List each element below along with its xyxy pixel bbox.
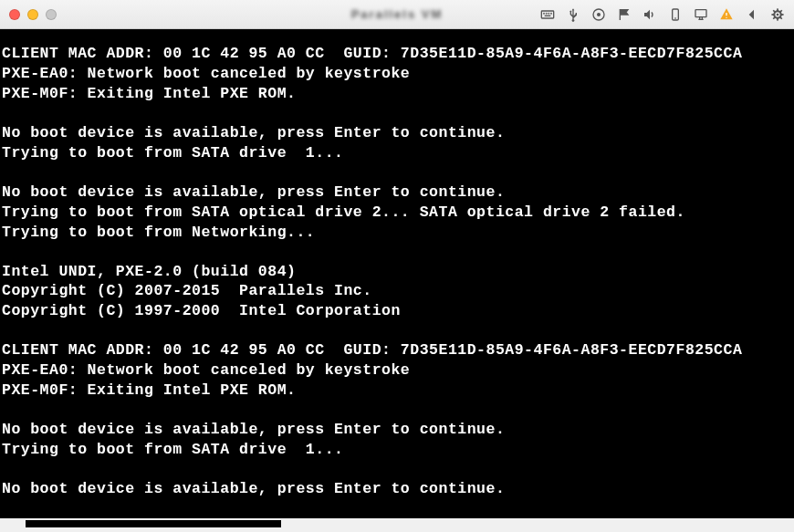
disc-icon[interactable] [591,7,606,22]
terminal-line: PXE-M0F: Exiting Intel PXE ROM. [2,84,792,104]
terminal-line: Trying to boot from SATA drive 1... [2,440,792,460]
partial-content [26,520,281,527]
minimize-button[interactable] [27,9,38,20]
terminal-line: No boot device is available, press Enter… [2,479,792,499]
terminal-line: Copyright (C) 1997-2000 Intel Corporatio… [2,301,792,321]
svg-point-1 [544,13,545,14]
display-icon[interactable] [694,7,708,22]
keyboard-icon[interactable] [540,7,555,22]
terminal-line [2,163,792,183]
terminal-output[interactable]: CLIENT MAC ADDR: 00 1C 42 95 A0 CC GUID:… [0,29,794,518]
terminal-line [2,104,792,123]
terminal-line: PXE-M0F: Exiting Intel PXE ROM. [2,381,792,401]
sound-icon[interactable] [643,7,657,22]
device-icon[interactable] [668,7,683,22]
network-flag-icon[interactable] [617,7,632,22]
terminal-line: No boot device is available, press Enter… [2,183,792,203]
close-button[interactable] [9,9,20,20]
terminal-line: PXE-EA0: Network boot canceled by keystr… [2,360,792,381]
window-title: Parallels VM [351,7,444,21]
usb-icon[interactable] [566,7,580,22]
terminal-line: No boot device is available, press Enter… [2,420,792,440]
terminal-line [2,321,792,340]
terminal-line [2,401,792,420]
terminal-line: CLIENT MAC ADDR: 00 1C 42 95 A0 CC GUID:… [2,340,792,360]
terminal-line: CLIENT MAC ADDR: 00 1C 42 95 A0 CC GUID:… [2,44,792,64]
warning-icon[interactable] [719,7,734,22]
settings-icon[interactable] [770,7,785,22]
svg-point-7 [598,13,601,16]
terminal-line: Trying to boot from SATA optical drive 2… [2,203,792,223]
svg-rect-11 [695,9,706,16]
window-titlebar: Parallels VM [0,0,794,29]
terminal-line: Trying to boot from SATA drive 1... [2,143,792,163]
traffic-lights [9,9,57,20]
terminal-line: Intel UNDI, PXE-2.0 (build 084) [2,262,792,282]
menubar-icons [540,7,785,22]
svg-point-2 [546,13,547,14]
terminal-line: PXE-EA0: Network boot canceled by keystr… [2,64,792,84]
svg-rect-0 [541,11,553,18]
bottom-strip [0,518,794,532]
svg-point-13 [726,16,726,17]
terminal-line: Copyright (C) 2007-2015 Parallels Inc. [2,281,792,301]
back-icon[interactable] [745,7,759,22]
terminal-line: Trying to boot from Networking... [2,223,792,243]
maximize-button[interactable] [46,9,57,20]
terminal-line: No boot device is available, press Enter… [2,123,792,143]
svg-point-3 [548,13,549,14]
terminal-line [2,243,792,262]
terminal-line [2,460,792,479]
svg-point-4 [551,13,552,14]
